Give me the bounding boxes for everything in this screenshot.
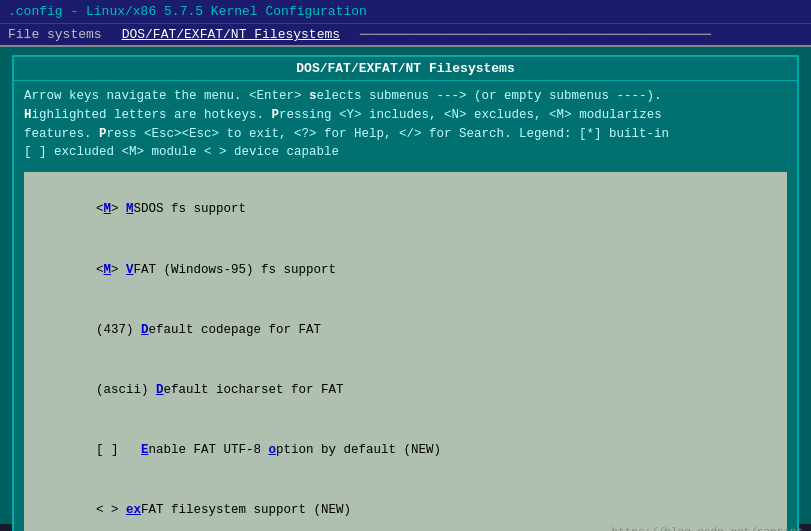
- status-text: https://blog.csdn.net/reprint: [612, 526, 803, 531]
- help-line4: [ ] excluded <M> module < > device capab…: [24, 143, 787, 162]
- menubar-item-filesystems[interactable]: File systems: [8, 27, 102, 42]
- menu-content: <M> MSDOS fs support <M> VFAT (Windows-9…: [24, 172, 787, 531]
- help-line2: Highlighted letters are hotkeys. Pressin…: [24, 106, 787, 125]
- menu-item-fat-utf8[interactable]: [ ] Enable FAT UTF-8 option by default (…: [28, 421, 783, 481]
- menu-item-exfat[interactable]: < > exFAT filesystem support (NEW): [28, 481, 783, 531]
- menu-item-msdos[interactable]: <M> MSDOS fs support: [28, 180, 783, 240]
- menu-item-vfat[interactable]: <M> VFAT (Windows-95) fs support: [28, 240, 783, 300]
- window-title: .config - Linux/x86 5.7.5 Kernel Configu…: [8, 4, 367, 19]
- hotkey-press: P: [99, 127, 107, 141]
- menubar-separator: ────────────────────────────────────────…: [360, 27, 711, 42]
- hotkey-highlighted: H: [24, 108, 32, 122]
- hotkey-selects: s: [309, 89, 317, 103]
- hotkey-pressing: P: [272, 108, 280, 122]
- menu-bar: File systems DOS/FAT/EXFAT/NT Filesystem…: [0, 24, 811, 47]
- help-line3: features. Press <Esc><Esc> to exit, <?> …: [24, 125, 787, 144]
- menubar-item-dosfs[interactable]: DOS/FAT/EXFAT/NT Filesystems: [122, 27, 340, 42]
- dialog-title: DOS/FAT/EXFAT/NT Filesystems: [14, 57, 797, 81]
- title-bar: .config - Linux/x86 5.7.5 Kernel Configu…: [0, 0, 811, 24]
- help-line1: Arrow keys navigate the menu. <Enter> se…: [24, 87, 787, 106]
- menu-item-default-codepage[interactable]: (437) Default codepage for FAT: [28, 300, 783, 360]
- dialog-box: DOS/FAT/EXFAT/NT Filesystems Arrow keys …: [12, 55, 799, 531]
- menu-item-default-iocharset[interactable]: (ascii) Default iocharset for FAT: [28, 360, 783, 420]
- help-text: Arrow keys navigate the menu. <Enter> se…: [14, 81, 797, 168]
- main-area: DOS/FAT/EXFAT/NT Filesystems Arrow keys …: [0, 47, 811, 524]
